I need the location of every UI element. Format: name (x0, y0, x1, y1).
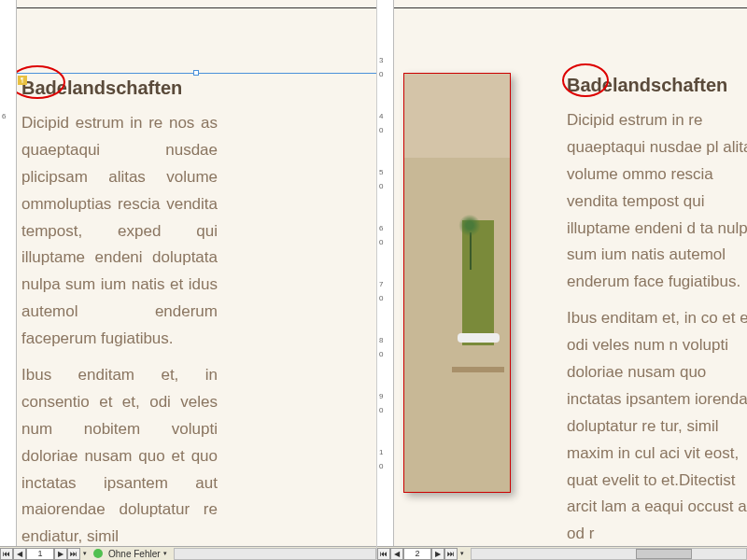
body-paragraph: Ibus enditam et, in co et et, odi veles … (567, 305, 747, 546)
ruler-tick: 6 (379, 224, 383, 232)
page-number-field[interactable]: 2 (403, 548, 431, 560)
scrollbar-thumb[interactable] (636, 549, 692, 559)
ruler-tick: 0 (379, 182, 383, 190)
ruler-tick: 9 (379, 392, 383, 400)
page-canvas-right[interactable]: Badelandschaften Dicipid estrum in re qu… (394, 0, 747, 546)
frame-handle[interactable] (193, 70, 199, 76)
body-paragraph: Ibus enditam et, in consentio et et, odi… (21, 362, 218, 546)
ruler-tick: 4 (379, 112, 383, 120)
page-number-field[interactable]: 1 (26, 548, 54, 560)
image-frame-bathroom[interactable] (403, 73, 511, 493)
text-frame-left[interactable]: ¶ Badelandschaften Dicipid estrum in re … (17, 73, 376, 546)
ruler-tick: 0 (379, 294, 383, 302)
page-boundary-line (394, 7, 747, 8)
page-dropdown-icon[interactable]: ▾ (80, 550, 90, 557)
bathroom-image (404, 74, 510, 492)
horizontal-scrollbar-right[interactable] (471, 548, 747, 560)
nav-last-button[interactable]: ⏭ (444, 548, 458, 560)
nav-prev-button[interactable]: ◀ (13, 548, 26, 560)
ruler-tick: 0 (379, 406, 383, 414)
heading-left: Badelandschaften (21, 77, 374, 99)
vertical-ruler-left[interactable]: 6 (0, 0, 17, 546)
ruler-tick: 6 (2, 112, 6, 120)
preflight-status-text: Ohne Fehler (108, 549, 161, 559)
body-paragraph: Dicipid estrum in re nos as quaeptaqui n… (21, 110, 218, 353)
ruler-tick: 8 (379, 336, 383, 344)
document-pane-left: 6 ¶ Badelandschaften Dicipid estrum in r… (0, 0, 377, 560)
vertical-ruler-right[interactable]: 3 0 4 0 5 0 6 0 7 0 8 0 9 0 1 0 (377, 0, 394, 546)
document-pane-right: 3 0 4 0 5 0 6 0 7 0 8 0 9 0 1 0 Badeland… (377, 0, 747, 560)
ruler-tick: 3 (379, 56, 383, 64)
nav-prev-button[interactable]: ◀ (390, 548, 403, 560)
preflight-status-icon[interactable] (93, 549, 103, 558)
body-paragraph: Dicipid estrum in re quaeptaqui nusdae p… (567, 107, 747, 296)
text-frame-right[interactable]: Badelandschaften Dicipid estrum in re qu… (567, 73, 747, 546)
preflight-dropdown-icon[interactable]: ▾ (161, 550, 170, 557)
ruler-tick: 1 (379, 448, 383, 456)
status-bar-left: ⏮ ◀ 1 ▶ ⏭ ▾ Ohne Fehler ▾ (0, 546, 376, 560)
nav-first-button[interactable]: ⏮ (0, 548, 13, 560)
page-dropdown-icon[interactable]: ▾ (458, 550, 467, 557)
ruler-tick: 0 (379, 350, 383, 358)
ruler-tick: 0 (379, 126, 383, 134)
ruler-tick: 7 (379, 280, 383, 288)
horizontal-scrollbar-left[interactable] (174, 548, 376, 560)
nav-next-button[interactable]: ▶ (54, 548, 67, 560)
ruler-tick: 0 (379, 238, 383, 246)
anchor-marker-icon: ¶ (18, 76, 27, 85)
nav-next-button[interactable]: ▶ (431, 548, 444, 560)
ruler-tick: 0 (379, 462, 383, 470)
ruler-tick: 0 (379, 70, 383, 78)
status-bar-right: ⏮ ◀ 2 ▶ ⏭ ▾ (377, 546, 747, 560)
page-boundary-line (17, 7, 376, 8)
heading-right: Badelandschaften (567, 75, 747, 96)
nav-last-button[interactable]: ⏭ (67, 548, 80, 560)
ruler-tick: 5 (379, 168, 383, 176)
page-canvas-left[interactable]: ¶ Badelandschaften Dicipid estrum in re … (17, 0, 376, 546)
nav-first-button[interactable]: ⏮ (377, 548, 390, 560)
